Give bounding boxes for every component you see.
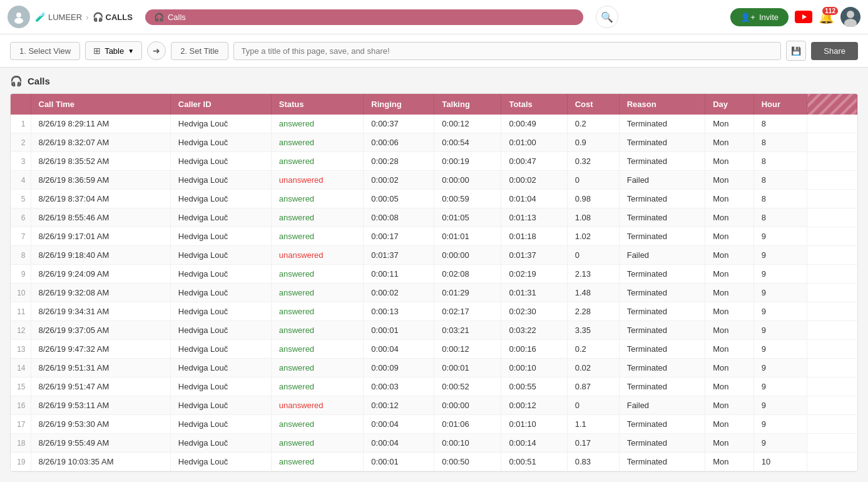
col-extra — [807, 94, 857, 115]
table-row[interactable]: 9 8/26/19 9:24:09 AM Hedviga Louč answer… — [11, 265, 857, 284]
cell-extra — [807, 396, 857, 415]
table-row[interactable]: 19 8/26/19 10:03:35 AM Hedviga Louč answ… — [11, 453, 857, 471]
table-dropdown-icon: ▼ — [128, 48, 134, 54]
cell-day: Mon — [705, 377, 753, 396]
col-caller-id[interactable]: Caller ID — [170, 94, 271, 115]
col-reason[interactable]: Reason — [619, 94, 705, 115]
cell-rownum: 6 — [11, 208, 31, 227]
step2-label: 2. Set Title — [171, 42, 228, 60]
cell-reason: Terminated — [619, 453, 705, 471]
cell-caller-id: Hedviga Louč — [170, 227, 271, 246]
cell-caller-id: Hedviga Louč — [170, 302, 271, 321]
table-row[interactable]: 6 8/26/19 8:55:46 AM Hedviga Louč answer… — [11, 208, 857, 227]
cell-totals: 0:01:10 — [501, 415, 567, 434]
cell-totals: 0:00:51 — [501, 453, 567, 471]
cell-day: Mon — [705, 265, 753, 284]
cell-day: Mon — [705, 171, 753, 190]
svg-point-5 — [844, 19, 857, 27]
cell-rownum: 19 — [11, 453, 31, 471]
search-bar: 🎧 Calls — [145, 9, 583, 25]
table-row[interactable]: 10 8/26/19 9:32:08 AM Hedviga Louč answe… — [11, 284, 857, 302]
cell-hour: 9 — [753, 265, 807, 284]
cell-totals: 0:00:49 — [501, 115, 567, 133]
cell-ringing: 0:00:05 — [364, 190, 434, 208]
breadcrumb-separator: › — [86, 13, 88, 22]
cell-rownum: 2 — [11, 133, 31, 152]
breadcrumb-calls[interactable]: 🎧 CALLS — [93, 12, 133, 22]
cell-caller-id: Hedviga Louč — [170, 359, 271, 377]
global-search-icon[interactable]: 🔍 — [596, 6, 618, 28]
cell-status: answered — [271, 302, 364, 321]
cell-caller-id: Hedviga Louč — [170, 340, 271, 359]
cell-hour: 8 — [753, 190, 807, 208]
table-row[interactable]: 18 8/26/19 9:55:49 AM Hedviga Louč answe… — [11, 434, 857, 453]
cell-reason: Terminated — [619, 190, 705, 208]
youtube-icon[interactable] — [795, 11, 812, 23]
table-row[interactable]: 5 8/26/19 8:37:04 AM Hedviga Louč answer… — [11, 190, 857, 208]
cell-caller-id: Hedviga Louč — [170, 246, 271, 265]
col-totals[interactable]: Totals — [501, 94, 567, 115]
save-button[interactable]: 💾 — [786, 41, 806, 61]
col-cost[interactable]: Cost — [567, 94, 619, 115]
table-row[interactable]: 7 8/26/19 9:17:01 AM Hedviga Louč answer… — [11, 227, 857, 246]
table-row[interactable]: 13 8/26/19 9:47:32 AM Hedviga Louč answe… — [11, 340, 857, 359]
cell-reason: Terminated — [619, 208, 705, 227]
col-call-time[interactable]: Call Time — [31, 94, 170, 115]
calls-tab[interactable]: 🎧 Calls — [145, 9, 583, 25]
cell-hour: 10 — [753, 453, 807, 471]
invite-button[interactable]: 👤+ Invite — [730, 8, 789, 26]
table-row[interactable]: 3 8/26/19 8:35:52 AM Hedviga Louč answer… — [11, 152, 857, 171]
cell-day: Mon — [705, 302, 753, 321]
cell-talking: 0:00:10 — [434, 434, 501, 453]
cell-hour: 9 — [753, 246, 807, 265]
cell-status: answered — [271, 434, 364, 453]
cell-call-time: 8/26/19 9:51:47 AM — [31, 377, 170, 396]
cell-cost: 0.87 — [567, 377, 619, 396]
share-button[interactable]: Share — [811, 42, 858, 60]
lumeer-icon: 🧪 — [35, 12, 46, 22]
cell-ringing: 0:00:01 — [364, 321, 434, 340]
page-title-input[interactable] — [233, 42, 782, 60]
cell-call-time: 8/26/19 8:36:59 AM — [31, 171, 170, 190]
table-row[interactable]: 15 8/26/19 9:51:47 AM Hedviga Louč answe… — [11, 377, 857, 396]
cell-cost: 1.1 — [567, 415, 619, 434]
table-row[interactable]: 8 8/26/19 9:18:40 AM Hedviga Louč unansw… — [11, 246, 857, 265]
col-hour[interactable]: Hour — [753, 94, 807, 115]
table-row[interactable]: 16 8/26/19 9:53:11 AM Hedviga Louč unans… — [11, 396, 857, 415]
col-status[interactable]: Status — [271, 94, 364, 115]
table-row[interactable]: 2 8/26/19 8:32:07 AM Hedviga Louč answer… — [11, 133, 857, 152]
calls-tab-icon: 🎧 — [154, 13, 164, 22]
cell-status: answered — [271, 227, 364, 246]
table-row[interactable]: 12 8/26/19 9:37:05 AM Hedviga Louč answe… — [11, 321, 857, 340]
col-ringing[interactable]: Ringing — [364, 94, 434, 115]
cell-rownum: 3 — [11, 152, 31, 171]
breadcrumb-lumeer[interactable]: 🧪 LUMEER — [35, 12, 82, 22]
cell-rownum: 12 — [11, 321, 31, 340]
notifications-badge: 112 — [822, 7, 838, 15]
next-step-arrow[interactable]: ➜ — [147, 41, 166, 60]
cell-talking: 0:00:19 — [434, 152, 501, 171]
notifications-button[interactable]: 🔔 112 — [819, 9, 834, 24]
cell-talking: 0:01:01 — [434, 227, 501, 246]
cell-cost: 2.13 — [567, 265, 619, 284]
cell-cost: 0.9 — [567, 133, 619, 152]
table-row[interactable]: 4 8/26/19 8:36:59 AM Hedviga Louč unansw… — [11, 171, 857, 190]
table-row[interactable]: 1 8/26/19 8:29:11 AM Hedviga Louč answer… — [11, 115, 857, 133]
table-row[interactable]: 11 8/26/19 9:34:31 AM Hedviga Louč answe… — [11, 302, 857, 321]
col-talking[interactable]: Talking — [434, 94, 501, 115]
table-row[interactable]: 17 8/26/19 9:53:30 AM Hedviga Louč answe… — [11, 415, 857, 434]
user-avatar[interactable] — [840, 7, 860, 27]
cell-totals: 0:00:12 — [501, 396, 567, 415]
col-day[interactable]: Day — [705, 94, 753, 115]
cell-extra — [807, 208, 857, 227]
cell-reason: Terminated — [619, 133, 705, 152]
cell-call-time: 8/26/19 9:37:05 AM — [31, 321, 170, 340]
cell-caller-id: Hedviga Louč — [170, 265, 271, 284]
cell-status: answered — [271, 133, 364, 152]
cell-extra — [807, 133, 857, 152]
cell-cost: 0.98 — [567, 190, 619, 208]
table-row[interactable]: 14 8/26/19 9:51:31 AM Hedviga Louč answe… — [11, 359, 857, 377]
cell-cost: 1.02 — [567, 227, 619, 246]
table-view-button[interactable]: ⊞ Table ▼ — [85, 41, 142, 60]
cell-talking: 0:00:00 — [434, 396, 501, 415]
